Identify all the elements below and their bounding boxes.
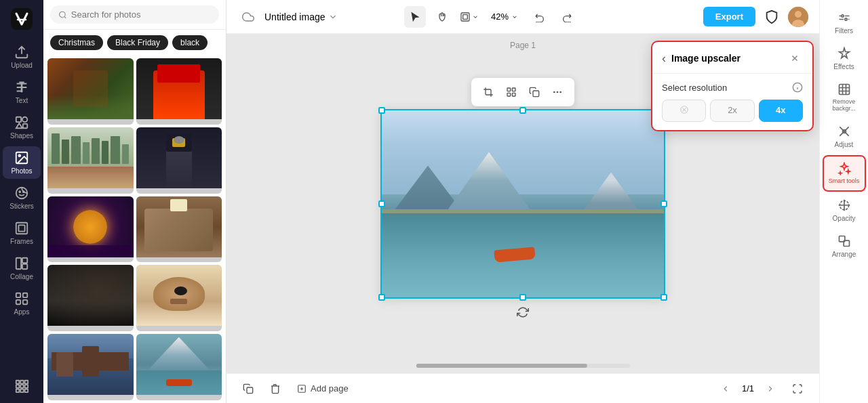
right-panel: Filters Effects Remove backgr... Adjust … [819, 0, 868, 403]
sidebar-item-stickers[interactable]: Stickers [3, 182, 41, 214]
float-toolbar [471, 78, 574, 106]
sidebar-item-upload[interactable]: Upload [3, 41, 41, 73]
svg-rect-14 [22, 264, 27, 269]
title-dropdown-icon [328, 12, 338, 22]
svg-point-6 [18, 154, 20, 156]
svg-point-45 [844, 18, 846, 20]
more-options-button[interactable] [547, 82, 568, 102]
sidebar-item-more[interactable] [3, 375, 41, 398]
photo-thumb-2[interactable] [136, 58, 222, 125]
sidebar-item-frames[interactable]: Frames [3, 217, 41, 249]
sidebar-item-shapes-label: Shapes [10, 132, 33, 140]
app-logo[interactable] [3, 5, 41, 33]
svg-rect-4 [23, 124, 27, 128]
page-nav: 1/1 [715, 378, 808, 400]
resolution-2x-button[interactable]: 2x [710, 100, 754, 122]
right-panel-adjust-label: Adjust [835, 141, 854, 148]
right-panel-remove-bg[interactable]: Remove backgr... [823, 77, 866, 118]
page-label: Page 1 [510, 41, 536, 50]
svg-rect-21 [25, 381, 28, 384]
right-panel-adjust[interactable]: Adjust [823, 119, 866, 154]
zoom-control[interactable]: 42% [486, 9, 524, 24]
svg-rect-22 [16, 385, 20, 388]
duplicate-page-button[interactable] [237, 378, 259, 400]
canvas-frame[interactable] [380, 109, 665, 299]
save-cloud-button[interactable] [237, 6, 259, 28]
add-page-icon [297, 384, 307, 394]
svg-rect-30 [463, 14, 468, 19]
crop-button[interactable] [478, 82, 498, 102]
svg-rect-10 [16, 223, 28, 234]
svg-point-40 [557, 91, 559, 93]
photo-thumb-8[interactable] [136, 265, 222, 331]
svg-point-44 [841, 15, 843, 17]
sidebar-item-text[interactable]: Text [3, 76, 41, 108]
resolution-label-text: Select resolution [662, 83, 727, 93]
grid-layout-button[interactable] [501, 82, 521, 102]
svg-rect-29 [461, 13, 469, 21]
svg-rect-37 [512, 93, 515, 96]
fullscreen-button[interactable] [787, 378, 808, 400]
redo-button[interactable] [556, 6, 578, 28]
right-panel-opacity-label: Opacity [833, 215, 856, 222]
document-title[interactable]: Untitled image [264, 12, 338, 22]
sidebar-item-apps-label: Apps [14, 308, 30, 316]
svg-point-3 [22, 117, 27, 122]
user-avatar[interactable] [788, 7, 808, 27]
left-sidebar: Upload Text Shapes Photos [0, 0, 43, 403]
resolution-4x-button[interactable]: 4x [759, 100, 803, 122]
right-panel-filters[interactable]: Filters [823, 5, 866, 40]
svg-rect-12 [16, 258, 21, 270]
resolution-buttons: 2x 4x [662, 100, 803, 122]
photo-thumb-9[interactable] [47, 334, 134, 400]
right-panel-effects[interactable]: Effects [823, 41, 866, 76]
tag-black[interactable]: black [172, 35, 208, 50]
sidebar-item-photos-label: Photos [11, 167, 32, 175]
upscaler-back-button[interactable]: ‹ [662, 51, 666, 66]
select-tool-button[interactable] [404, 6, 426, 28]
svg-rect-38 [533, 91, 539, 97]
duplicate-button[interactable] [524, 82, 545, 102]
next-page-icon [766, 384, 775, 394]
photo-thumb-6[interactable] [136, 196, 222, 263]
frame-tool-button[interactable] [458, 6, 480, 28]
photos-panel: Christmas Black Friday black [43, 0, 226, 403]
right-panel-remove-bg-label: Remove backgr... [825, 99, 863, 112]
shield-button[interactable] [761, 6, 783, 28]
resolution-1x-button[interactable] [662, 100, 706, 122]
right-panel-arrange[interactable]: Arrange [823, 229, 866, 263]
sidebar-item-shapes[interactable]: Shapes [3, 111, 41, 144]
hand-tool-button[interactable] [431, 6, 453, 28]
prev-page-button[interactable] [715, 378, 736, 400]
photo-thumb-10[interactable] [136, 334, 222, 400]
upscaler-title-group: ‹ Image upscaler [662, 51, 741, 66]
upscaler-panel: ‹ Image upscaler Select resolution 2x 4x [651, 41, 814, 131]
upscaler-close-button[interactable] [787, 50, 803, 66]
add-page-button[interactable]: Add page [292, 381, 354, 396]
svg-rect-19 [16, 381, 20, 384]
svg-point-8 [19, 191, 20, 192]
right-panel-opacity[interactable]: Opacity [823, 193, 866, 228]
svg-point-32 [795, 11, 802, 18]
next-page-button[interactable] [760, 378, 781, 400]
photo-thumb-5[interactable] [47, 196, 134, 263]
rotate-handle[interactable] [516, 305, 530, 319]
photo-thumb-1[interactable] [47, 58, 134, 125]
export-button[interactable]: Export [703, 7, 755, 26]
sidebar-item-collage[interactable]: Collage [3, 252, 41, 284]
delete-page-button[interactable] [264, 378, 286, 400]
photo-thumb-4[interactable] [136, 127, 222, 194]
search-input[interactable] [71, 9, 211, 20]
sidebar-item-apps[interactable]: Apps [3, 287, 41, 320]
tag-blackfriday[interactable]: Black Friday [107, 35, 168, 50]
sidebar-item-photos[interactable]: Photos [3, 146, 41, 179]
photo-thumb-3[interactable] [47, 127, 134, 194]
photo-thumb-7[interactable] [47, 265, 134, 331]
svg-point-39 [553, 91, 555, 93]
canvas-container [380, 109, 665, 299]
tag-christmas[interactable]: Christmas [50, 35, 103, 50]
right-panel-smart-tools[interactable]: Smart tools [823, 155, 866, 192]
search-input-wrap[interactable] [50, 5, 219, 24]
undo-button[interactable] [529, 6, 551, 28]
svg-rect-24 [25, 385, 28, 388]
